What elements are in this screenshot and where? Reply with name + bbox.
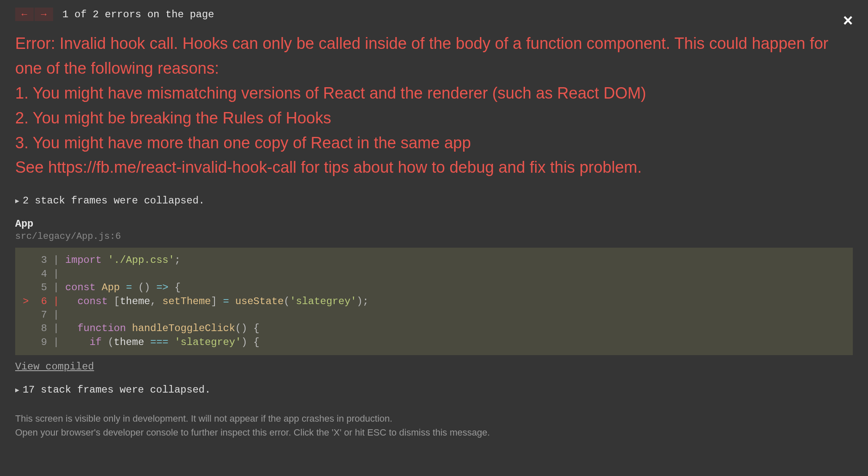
code-token: [ (114, 296, 120, 307)
code-token (247, 337, 253, 348)
collapsed-frames-top[interactable]: ▶ 2 stack frames were collapsed. (15, 195, 853, 206)
code-token: setTheme (162, 296, 211, 307)
line-gutter: 5 | (23, 282, 65, 293)
code-token: App (102, 282, 120, 293)
code-token: { (174, 282, 180, 293)
code-token: = (126, 282, 132, 293)
code-token: if (89, 337, 102, 348)
expand-triangle-icon: ▶ (15, 197, 19, 205)
code-token: const (78, 296, 108, 307)
code-token: { (253, 323, 259, 334)
code-token (132, 282, 138, 293)
code-token (65, 337, 90, 348)
code-token: ] (211, 296, 217, 307)
code-token: => (156, 282, 169, 293)
code-token: const (65, 282, 96, 293)
code-line: 8 | function handleToggleClick() { (23, 322, 845, 335)
code-token: useState (235, 296, 284, 307)
code-line: 7 | (23, 308, 845, 322)
error-message: Error: Invalid hook call. Hooks can only… (15, 31, 853, 180)
collapsed-frames-bottom[interactable]: ▶ 17 stack frames were collapsed. (15, 384, 853, 396)
error-nav-header: ← → 1 of 2 errors on the page (15, 8, 853, 21)
code-token: ) (356, 296, 362, 307)
code-token: ; (363, 296, 369, 307)
code-token: 'slategrey' (290, 296, 356, 307)
code-token (169, 337, 174, 348)
code-line: 3 | import './App.css'; (23, 254, 845, 267)
code-token: () (138, 282, 150, 293)
code-token (217, 296, 223, 307)
code-token (247, 323, 253, 334)
code-token (169, 282, 174, 293)
stack-frame-location[interactable]: src/legacy/App.js:6 (15, 231, 853, 242)
code-token: ; (174, 254, 180, 266)
code-line: 5 | const App = () => { (23, 281, 845, 294)
line-gutter: 9 | (23, 337, 65, 348)
code-token: 'slategrey' (174, 337, 241, 348)
code-token: theme (120, 296, 150, 307)
code-token: { (253, 337, 259, 348)
code-line: > 6 | const [theme, setTheme] = useState… (23, 295, 845, 308)
code-token (108, 296, 114, 307)
code-token (150, 282, 156, 293)
code-token (65, 323, 78, 334)
line-gutter: 8 | (23, 323, 65, 334)
collapsed-frames-label: 17 stack frames were collapsed. (23, 384, 211, 396)
code-token: ( (108, 337, 114, 348)
code-token: theme (114, 337, 150, 348)
code-snippet: 3 | import './App.css'; 4 | 5 | const Ap… (15, 248, 853, 355)
view-compiled-link[interactable]: View compiled (15, 361, 94, 372)
next-error-button[interactable]: → (35, 8, 53, 21)
footer-line: Open your browser's developer console to… (15, 425, 853, 439)
code-token (126, 323, 132, 334)
code-token (229, 296, 235, 307)
code-token: function (78, 323, 126, 334)
code-token: './App.css' (108, 254, 174, 266)
footer-line: This screen is visible only in developme… (15, 412, 853, 425)
code-token: = (223, 296, 229, 307)
line-gutter: 3 | (23, 254, 65, 266)
code-token (96, 282, 102, 293)
line-gutter: 4 | (23, 268, 65, 280)
code-token: , (150, 296, 156, 307)
code-token (65, 296, 78, 307)
line-gutter: > 6 | (23, 296, 65, 307)
expand-triangle-icon: ▶ (15, 386, 19, 394)
code-line: 9 | if (theme === 'slategrey') { (23, 336, 845, 349)
prev-error-button[interactable]: ← (15, 8, 34, 21)
code-token: === (150, 337, 168, 348)
code-token (120, 282, 126, 293)
code-token (102, 337, 107, 348)
stack-frame-function: App (15, 218, 853, 230)
code-token (102, 254, 107, 266)
collapsed-frames-label: 2 stack frames were collapsed. (23, 195, 205, 206)
code-token: ) (241, 337, 247, 348)
code-token: () (235, 323, 247, 334)
error-counter: 1 of 2 errors on the page (62, 9, 214, 20)
line-gutter: 7 | (23, 309, 65, 321)
dev-footer: This screen is visible only in developme… (15, 412, 853, 439)
code-token: ( (284, 296, 289, 307)
code-token: handleToggleClick (132, 323, 235, 334)
code-token: import (65, 254, 102, 266)
code-line: 4 | (23, 267, 845, 281)
close-button[interactable]: × (843, 12, 853, 29)
code-token (156, 296, 162, 307)
